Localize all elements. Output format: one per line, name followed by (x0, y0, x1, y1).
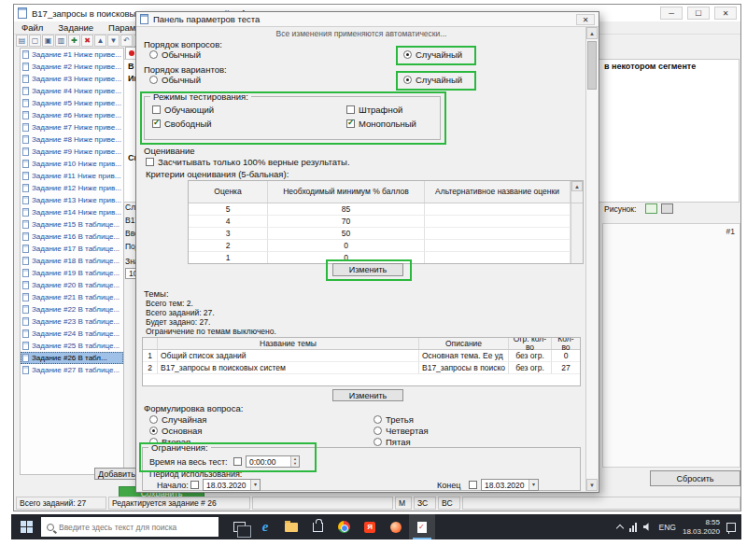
time-spinner[interactable]: ▲▼ (290, 456, 299, 467)
task-list-item[interactable]: Задание #6 Ниже приве... (21, 109, 123, 121)
radio-option[interactable]: Случайный (403, 49, 462, 60)
insert-image-icon[interactable] (645, 203, 657, 214)
end-date-dropdown-icon[interactable]: ▾ (529, 480, 538, 490)
edit-grading-button[interactable]: Изменить (332, 263, 403, 276)
dialog-scrollbar[interactable]: ▲ ▼ (585, 27, 598, 491)
theme-row[interactable]: 2 В17_запросы в поисковых систем В17_зап… (143, 362, 580, 374)
wording-option[interactable]: Третья (374, 413, 429, 425)
task-list-item[interactable]: Задание #19 В таблице... (21, 267, 123, 279)
task-list-item[interactable]: Задание #11 Ниже прив... (21, 170, 123, 182)
task-list-item[interactable]: Задание #4 Ниже приве... (21, 85, 123, 97)
delete-task-icon[interactable]: ✖ (81, 35, 93, 47)
add-button[interactable]: Добавить (94, 468, 139, 480)
start-date-input[interactable]: 18.03.2020 ▾ (203, 479, 261, 491)
task-list-item[interactable]: Задание #2 Ниже приве... (21, 61, 123, 73)
task-list-item[interactable]: Задание #23 В таблице... (21, 315, 123, 328)
radio-option[interactable]: Обычный (149, 49, 201, 60)
radio-option[interactable]: Обычный (149, 75, 201, 85)
radio-option[interactable]: Случайный (403, 75, 462, 85)
task-list-item[interactable]: Задание #15 В таблице... (21, 218, 123, 231)
scroll-down-icon[interactable]: ▼ (586, 479, 598, 491)
undo-icon[interactable]: ↶ (120, 35, 133, 47)
table-scrollbar[interactable]: ▲ (571, 181, 583, 203)
end-date-checkbox[interactable] (469, 481, 477, 489)
menu-item-task[interactable]: Задание (50, 21, 101, 34)
taskbar-store[interactable] (304, 514, 331, 539)
volume-icon[interactable] (643, 523, 653, 532)
mode-checkbox[interactable]: Штрафной (346, 103, 416, 117)
task-list-item[interactable]: Задание #26 В табл... (21, 352, 123, 364)
time-limit-checkbox[interactable] (233, 457, 242, 466)
camera-icon[interactable] (661, 203, 673, 214)
task-list-item[interactable]: Задание #8 Ниже приве... (21, 133, 123, 146)
new-file-icon[interactable]: ▤ (16, 35, 28, 47)
task-list-item[interactable]: Задание #22 В таблице... (21, 303, 123, 315)
search-input[interactable] (59, 523, 199, 532)
maximize-button[interactable]: ☐ (687, 7, 710, 20)
task-list-item[interactable]: Задание #9 Ниже приве... (21, 146, 123, 158)
print-icon[interactable]: ▥ (55, 35, 67, 47)
move-down-icon[interactable]: ▼ (107, 35, 120, 47)
network-icon[interactable] (629, 523, 637, 532)
taskbar-search[interactable] (41, 517, 218, 537)
add-task-icon[interactable]: ✚ (68, 35, 80, 47)
task-list-item[interactable]: Задание #12 Ниже прив... (21, 182, 123, 194)
only-correct-checkbox[interactable]: Засчитывать только 100% верные результат… (146, 157, 350, 167)
open-file-icon[interactable]: ▢ (29, 35, 41, 47)
grading-row[interactable]: 4 70 (189, 216, 583, 228)
task-view-button[interactable] (226, 514, 252, 539)
task-list-item[interactable]: Задание #27 В таблице... (21, 364, 123, 376)
start-date-dropdown-icon[interactable]: ▾ (250, 480, 260, 490)
scroll-up-icon[interactable]: ▲ (571, 181, 583, 191)
task-list-item[interactable]: Задание #3 Ниже приве... (21, 73, 123, 85)
taskbar-clock[interactable]: 8:55 18.03.2020 (683, 518, 720, 537)
save-icon[interactable]: ▣ (42, 35, 54, 47)
tray-expand-icon[interactable] (615, 524, 623, 531)
start-button[interactable] (11, 514, 41, 539)
mode-checkbox[interactable]: Монопольный (346, 117, 416, 131)
menu-item-file[interactable]: Файл (14, 21, 50, 34)
taskbar-chrome[interactable] (331, 514, 357, 539)
task-list-item[interactable]: Задание #1 Ниже приве... (21, 49, 123, 61)
time-limit-input[interactable]: 0:00:00 ▲▼ (246, 455, 300, 468)
task-list-item[interactable]: Задание #18 В таблице... (21, 255, 123, 267)
task-list-item[interactable]: Задание #5 Ниже приве... (21, 97, 123, 109)
grading-row[interactable]: 5 85 (189, 203, 583, 216)
taskbar-mytestx[interactable] (409, 514, 435, 539)
task-list-item[interactable]: Задание #21 В таблице... (21, 291, 123, 303)
wording-option[interactable]: Основная (149, 425, 374, 436)
grading-row[interactable]: 3 50 (189, 228, 583, 240)
edit-themes-button[interactable]: Изменить (332, 389, 403, 401)
wording-option[interactable]: Четвертая (374, 425, 429, 436)
scrollbar-thumb[interactable] (587, 41, 597, 90)
task-list-item[interactable]: Задание #16 В таблице... (21, 231, 123, 243)
grading-row[interactable]: 2 0 (189, 240, 583, 252)
move-up-icon[interactable]: ▲ (94, 35, 106, 47)
mode-checkbox[interactable]: Обучающий (152, 103, 346, 117)
end-date-input[interactable]: 18.03.2020 ▾ (481, 479, 539, 491)
wording-option[interactable]: Случайная (149, 413, 374, 425)
taskbar-yandex[interactable]: Я (357, 514, 383, 539)
task-list-item[interactable]: Задание #7 Ниже приве... (21, 121, 123, 133)
taskbar-browser[interactable] (383, 514, 409, 539)
minimize-button[interactable]: ─ (660, 7, 683, 20)
dialog-close-button[interactable]: ✕ (576, 14, 595, 25)
taskbar-explorer[interactable] (278, 514, 304, 539)
close-button[interactable]: ✕ (714, 7, 737, 20)
mode-checkbox[interactable]: Свободный (152, 117, 346, 131)
wording-option[interactable]: Пятая (374, 436, 429, 447)
reset-button[interactable]: Сбросить (650, 470, 740, 486)
task-list-item[interactable]: Задание #20 В таблице... (21, 279, 123, 291)
task-list-item[interactable]: Задание #24 В таблице... (21, 328, 123, 340)
task-list-item[interactable]: Задание #17 В таблице... (21, 243, 123, 255)
task-list-item[interactable]: Задание #25 В таблице... (21, 340, 123, 352)
task-list-item[interactable]: Задание #14 Ниже прив... (21, 206, 123, 218)
taskbar-edge[interactable]: e (252, 514, 278, 539)
task-list-item[interactable]: Задание #13 Ниже прив... (21, 194, 123, 206)
language-indicator[interactable]: ENG (659, 523, 676, 532)
theme-row[interactable]: 1 Общий список заданий Основная тема. Ее… (143, 350, 580, 362)
task-list-item[interactable]: Задание #10 Ниже прив... (21, 158, 123, 170)
scroll-up-icon[interactable]: ▲ (586, 27, 598, 39)
start-date-checkbox[interactable] (190, 481, 199, 489)
action-center-icon[interactable] (726, 523, 736, 532)
